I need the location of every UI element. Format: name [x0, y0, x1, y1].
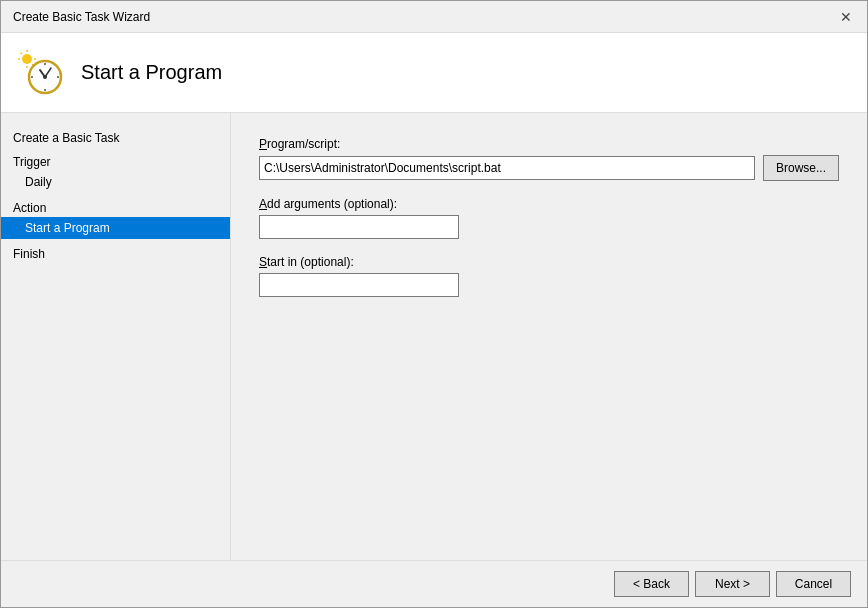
start-in-input[interactable] [259, 273, 459, 297]
next-button[interactable]: Next > [695, 571, 770, 597]
sidebar-item-create-basic-task: Create a Basic Task [1, 123, 230, 147]
content-area: Create a Basic Task Trigger Daily Action… [1, 113, 867, 560]
arguments-input[interactable] [259, 215, 459, 239]
dialog: Create Basic Task Wizard ✕ [0, 0, 868, 608]
main-panel: Program/script: Browse... Add arguments … [231, 113, 867, 560]
program-input[interactable] [259, 156, 755, 180]
back-button[interactable]: < Back [614, 571, 689, 597]
svg-point-14 [43, 75, 47, 79]
close-button[interactable]: ✕ [837, 8, 855, 26]
sidebar: Create a Basic Task Trigger Daily Action… [1, 113, 231, 560]
footer: < Back Next > Cancel [1, 560, 867, 607]
svg-line-5 [21, 52, 23, 54]
arguments-label: Add arguments (optional): [259, 197, 839, 211]
dialog-title: Create Basic Task Wizard [13, 10, 150, 24]
program-input-row: Browse... [259, 155, 839, 181]
cancel-button[interactable]: Cancel [776, 571, 851, 597]
header-area: Start a Program [1, 33, 867, 113]
arguments-row: Add arguments (optional): [259, 197, 839, 239]
sidebar-item-daily[interactable]: Daily [1, 171, 230, 193]
sidebar-item-finish: Finish [1, 239, 230, 263]
sidebar-item-start-a-program[interactable]: Start a Program [1, 217, 230, 239]
program-label: Program/script: [259, 137, 839, 151]
browse-button[interactable]: Browse... [763, 155, 839, 181]
program-script-row: Program/script: Browse... [259, 137, 839, 181]
start-in-label: Start in (optional): [259, 255, 839, 269]
clock-icon [17, 49, 65, 97]
start-in-row: Start in (optional): [259, 255, 839, 297]
header-title: Start a Program [81, 61, 222, 84]
title-bar: Create Basic Task Wizard ✕ [1, 1, 867, 33]
sidebar-item-trigger: Trigger [1, 147, 230, 171]
sidebar-item-action: Action [1, 193, 230, 217]
svg-point-0 [22, 54, 32, 64]
